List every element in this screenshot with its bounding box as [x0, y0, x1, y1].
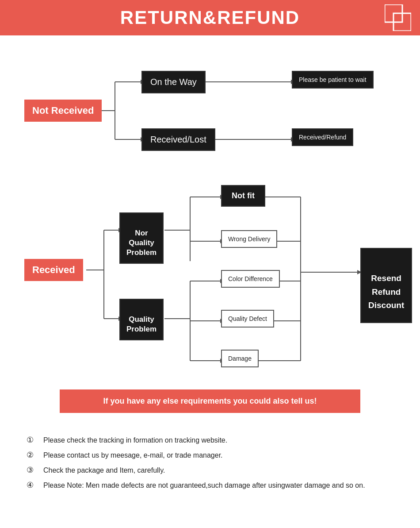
received-lost-label: Received/Lost	[141, 128, 215, 151]
quality-defect-label: Quality Defect	[221, 310, 274, 328]
not-fit-label: Not fit	[221, 185, 265, 207]
header: RETURN&REFUND	[0, 0, 420, 35]
instruction-num-3: ③	[27, 465, 40, 475]
page-title: RETURN&REFUND	[120, 7, 300, 28]
instruction-text-2: Please contact us by meesage, e-mail, or…	[43, 450, 223, 461]
wrong-delivery-label: Wrong Delivery	[221, 230, 277, 248]
nor-quality-problem-label: Nor Quality Problem	[119, 212, 164, 264]
color-difference-label: Color Difference	[221, 270, 280, 288]
notice-banner: If you have any else requirements you co…	[60, 389, 360, 413]
instruction-num-1: ①	[27, 435, 40, 445]
instruction-item-4: ④ Please Note: Men made defects are not …	[27, 480, 402, 491]
on-the-way-label: On the Way	[141, 71, 206, 93]
instruction-num-4: ④	[27, 480, 40, 490]
quality-problem-label: Quality Problem	[119, 299, 164, 340]
instructions-section: ① Please check the tracking in formation…	[18, 435, 402, 491]
instruction-num-2: ②	[27, 450, 40, 460]
notice-wrapper: If you have any else requirements you co…	[18, 381, 402, 422]
patient-wait-label: Please be patient to wait	[292, 71, 374, 89]
decoration-icon	[385, 4, 411, 31]
instruction-item-3: ③ Check the package and Item, carefully.	[27, 465, 402, 476]
main-content: Not Received On the Way Received/Lost Pl…	[0, 35, 420, 509]
instruction-item-2: ② Please contact us by meesage, e-mail, …	[27, 450, 402, 461]
resend-refund-discount-label: Resend Refund Discount	[360, 248, 412, 323]
instruction-text-3: Check the package and Item, carefully.	[43, 465, 165, 476]
not-received-label: Not Received	[24, 100, 102, 122]
top-flow-section: Not Received On the Way Received/Lost Pl…	[18, 53, 402, 168]
bottom-flow-section: Received Nor Quality Problem Quality Pro…	[18, 173, 402, 376]
received-label: Received	[24, 259, 83, 281]
received-refund-label: Received/Refund	[292, 128, 353, 146]
instruction-text-1: Please check the tracking in formation o…	[43, 435, 227, 446]
instruction-text-4: Please Note: Men made defects are not gu…	[43, 480, 365, 491]
damage-label: Damage	[221, 350, 259, 367]
instruction-item-1: ① Please check the tracking in formation…	[27, 435, 402, 446]
